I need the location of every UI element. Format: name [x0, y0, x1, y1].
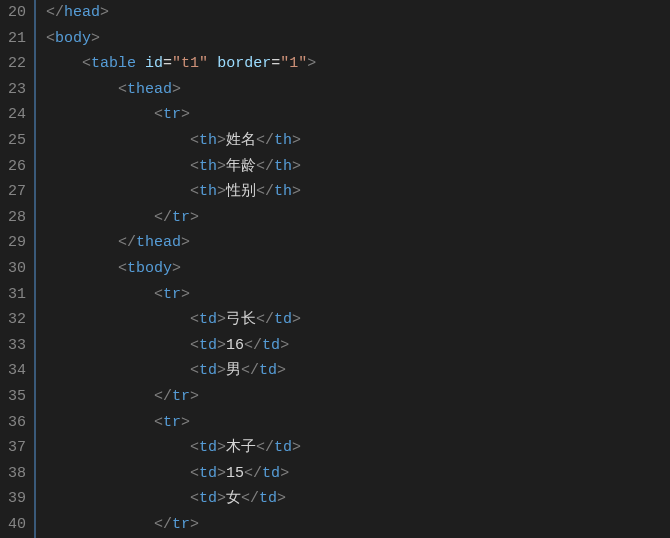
- token-tag-name: td: [199, 490, 217, 507]
- token-tag-name: tr: [172, 516, 190, 533]
- line-number: 34: [4, 358, 26, 384]
- token-tag-name: th: [274, 183, 292, 200]
- token-tag-bracket: >: [217, 132, 226, 149]
- line-number: 28: [4, 205, 26, 231]
- code-line[interactable]: <td>木子</td>: [46, 435, 670, 461]
- token-tag-name: tr: [163, 106, 181, 123]
- token-tag-name: td: [199, 362, 217, 379]
- token-tag-name: td: [199, 439, 217, 456]
- token-tag-name: td: [274, 439, 292, 456]
- token-tag-name: th: [274, 132, 292, 149]
- token-tag-bracket: >: [292, 132, 301, 149]
- code-line[interactable]: <th>年龄</th>: [46, 154, 670, 180]
- line-number: 23: [4, 77, 26, 103]
- token-tag-name: td: [262, 337, 280, 354]
- token-tag-bracket: <: [190, 362, 199, 379]
- code-line[interactable]: <td>15</td>: [46, 461, 670, 487]
- token-text-content: 男: [226, 362, 241, 379]
- token-tag-bracket: >: [217, 490, 226, 507]
- code-editor[interactable]: 2021222324252627282930313233343536373839…: [0, 0, 670, 538]
- token-tag-bracket: </: [256, 132, 274, 149]
- code-line[interactable]: </thead>: [46, 230, 670, 256]
- token-tag-name: th: [199, 158, 217, 175]
- token-tag-bracket: <: [190, 337, 199, 354]
- token-text-content: [136, 55, 145, 72]
- code-line[interactable]: </head>: [46, 0, 670, 26]
- token-tag-bracket: </: [256, 183, 274, 200]
- token-tag-bracket: <: [190, 490, 199, 507]
- code-line[interactable]: </tr>: [46, 384, 670, 410]
- code-line[interactable]: </tr>: [46, 512, 670, 538]
- line-number: 36: [4, 410, 26, 436]
- token-attr-eq: =: [271, 55, 280, 72]
- code-line[interactable]: <td>16</td>: [46, 333, 670, 359]
- token-tag-bracket: <: [190, 465, 199, 482]
- token-tag-bracket: <: [46, 30, 55, 47]
- line-number: 40: [4, 512, 26, 538]
- token-tag-bracket: <: [118, 260, 127, 277]
- token-tag-bracket: >: [217, 311, 226, 328]
- line-number: 24: [4, 102, 26, 128]
- token-tag-name: td: [259, 362, 277, 379]
- token-tag-bracket: >: [217, 337, 226, 354]
- token-tag-bracket: </: [256, 439, 274, 456]
- code-line[interactable]: </tr>: [46, 205, 670, 231]
- token-text-content: 15: [226, 465, 244, 482]
- token-tag-name: th: [274, 158, 292, 175]
- token-tag-bracket: >: [217, 362, 226, 379]
- token-text-content: 性别: [226, 183, 256, 200]
- token-tag-bracket: </: [118, 234, 136, 251]
- line-number: 35: [4, 384, 26, 410]
- token-tag-bracket: >: [277, 490, 286, 507]
- token-tag-name: tr: [172, 209, 190, 226]
- code-line[interactable]: <th>性别</th>: [46, 179, 670, 205]
- token-tag-bracket: <: [190, 183, 199, 200]
- token-tag-bracket: </: [154, 209, 172, 226]
- code-line[interactable]: <td>弓长</td>: [46, 307, 670, 333]
- line-number: 32: [4, 307, 26, 333]
- token-tag-bracket: >: [172, 81, 181, 98]
- token-tag-name: thead: [136, 234, 181, 251]
- token-tag-name: thead: [127, 81, 172, 98]
- token-tag-bracket: >: [190, 209, 199, 226]
- token-tag-name: body: [55, 30, 91, 47]
- token-tag-name: td: [199, 311, 217, 328]
- token-tag-bracket: >: [100, 4, 109, 21]
- line-number: 30: [4, 256, 26, 282]
- token-tag-bracket: >: [172, 260, 181, 277]
- token-tag-name: tr: [163, 414, 181, 431]
- line-number: 25: [4, 128, 26, 154]
- token-attr-name: border: [217, 55, 271, 72]
- line-number-gutter: 2021222324252627282930313233343536373839…: [0, 0, 36, 538]
- line-number: 27: [4, 179, 26, 205]
- code-line[interactable]: <th>姓名</th>: [46, 128, 670, 154]
- token-tag-bracket: >: [217, 439, 226, 456]
- code-line[interactable]: <table id="t1" border="1">: [46, 51, 670, 77]
- code-line[interactable]: <tr>: [46, 102, 670, 128]
- token-tag-bracket: >: [292, 183, 301, 200]
- token-tag-bracket: >: [181, 234, 190, 251]
- code-line[interactable]: <td>男</td>: [46, 358, 670, 384]
- code-line[interactable]: <thead>: [46, 77, 670, 103]
- token-tag-bracket: >: [217, 183, 226, 200]
- token-tag-name: td: [199, 465, 217, 482]
- token-tag-bracket: >: [217, 465, 226, 482]
- token-tag-name: td: [199, 337, 217, 354]
- token-text-content: [208, 55, 217, 72]
- token-tag-bracket: </: [244, 337, 262, 354]
- token-tag-name: th: [199, 183, 217, 200]
- token-tag-bracket: <: [154, 286, 163, 303]
- code-line[interactable]: <tr>: [46, 410, 670, 436]
- token-attr-name: id: [145, 55, 163, 72]
- code-line[interactable]: <tr>: [46, 282, 670, 308]
- token-tag-bracket: >: [277, 362, 286, 379]
- token-text-content: 木子: [226, 439, 256, 456]
- code-line[interactable]: <body>: [46, 26, 670, 52]
- line-number: 21: [4, 26, 26, 52]
- token-tag-bracket: >: [307, 55, 316, 72]
- code-area[interactable]: </head><body> <table id="t1" border="1">…: [36, 0, 670, 538]
- code-line[interactable]: <td>女</td>: [46, 486, 670, 512]
- code-line[interactable]: <tbody>: [46, 256, 670, 282]
- token-attr-value: "t1": [172, 55, 208, 72]
- token-tag-name: th: [199, 132, 217, 149]
